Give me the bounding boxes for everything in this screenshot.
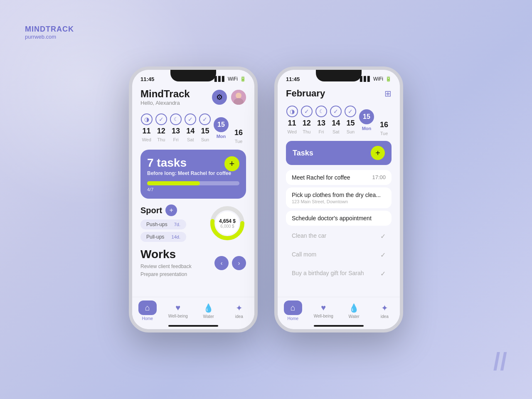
donut-chart: 4,654 $ 6,000 $	[209, 204, 246, 242]
wifi-icon: WiFi	[228, 76, 238, 82]
battery-icon: 🔋	[240, 76, 246, 82]
task-item-3[interactable]: Schedule doctor's appointment	[286, 211, 392, 226]
home-indicator-2	[314, 325, 364, 327]
signal-icon-2: ▋▋▋	[360, 76, 371, 82]
nav-idea-label-1: idea	[235, 314, 243, 319]
avatar[interactable]	[231, 90, 246, 105]
sport-title: Sport	[140, 206, 162, 215]
sport-tag-pullups[interactable]: Pull-ups 14d.	[140, 232, 186, 242]
day-wed[interactable]: ◑ 11 Wed	[140, 113, 153, 142]
nav-home-1[interactable]: ⌂ Home	[132, 300, 163, 321]
donut-value: 4,654 $	[219, 218, 236, 224]
works-section: Works Review client feedback Prepare pre…	[140, 248, 246, 278]
day-icon-sun: ✓	[199, 113, 211, 125]
nav-idea-2[interactable]: ✦ idea	[369, 303, 400, 319]
day-icon-sat: ✓	[185, 113, 196, 125]
grid-icon[interactable]: ⊞	[384, 89, 392, 99]
day2-fri[interactable]: ☾ 13 Fri	[315, 106, 327, 134]
day-tue[interactable]: 16 Tue	[231, 112, 246, 144]
home-icon-2: ⌂	[291, 303, 296, 313]
day2-tue[interactable]: 16 Tue	[377, 104, 392, 136]
status-time-1: 11:45	[140, 76, 154, 82]
day-strip-2: ◑ 11 Wed ✓ 12 Thu ☾ 13 Fri	[286, 104, 392, 136]
app-header: MindTrack Hello, Alexandra ⚙	[140, 88, 246, 106]
task-text-1: Meet Rachel for coffee	[292, 174, 350, 181]
idea-icon-2: ✦	[381, 303, 388, 313]
sport-section: Sport + Push-ups 7d. Pull-ups 14d.	[140, 204, 246, 242]
works-next-button[interactable]: ›	[232, 256, 246, 270]
calendar-header: February ⊞	[286, 88, 392, 99]
nav-water-label-2: Water	[349, 314, 360, 319]
brand-url: purrweb.com	[25, 34, 74, 40]
task-progress-bar	[147, 181, 239, 185]
signal-icon: ▋▋▋	[214, 76, 226, 82]
phone-2: 11:45 ▋▋▋ WiFi 🔋 February ⊞ ◑ 11	[274, 66, 403, 332]
task-progress-fill	[147, 181, 200, 185]
nav-water-1[interactable]: 💧 Water	[193, 303, 224, 319]
task-time-1: 17:00	[372, 174, 386, 180]
day-thu[interactable]: ✓ 12 Thu	[155, 113, 167, 142]
task-text-3: Schedule doctor's appointment	[292, 215, 372, 222]
tasks-header-bar: Tasks +	[286, 141, 392, 165]
task-text-4: Clean the car	[292, 232, 326, 239]
tasks-card: 7 tasks Before long: Meet Rachel for cof…	[140, 150, 246, 199]
nav-wellbeing-1[interactable]: ♥ Well-being	[163, 303, 194, 318]
day2-thu[interactable]: ✓ 12 Thu	[300, 106, 313, 134]
brand-name: MINDTRACK	[25, 25, 74, 34]
nav-home-2[interactable]: ⌂ Home	[278, 300, 308, 321]
day-sat[interactable]: ✓ 14 Sat	[185, 113, 197, 142]
idea-icon-1: ✦	[236, 303, 243, 313]
phones-container: 11:45 ▋▋▋ WiFi 🔋 MindTrack Hello, Alexan…	[129, 66, 403, 332]
app-title: MindTrack	[140, 88, 190, 100]
task-text-6: Buy a birthday gift for Sarah	[292, 270, 364, 276]
progress-label: 4/7	[147, 187, 239, 192]
day-icon-wed: ◑	[141, 113, 153, 125]
sport-tag-pushups[interactable]: Push-ups 7d.	[140, 219, 186, 229]
wifi-icon-2: WiFi	[373, 76, 383, 82]
water-icon-2: 💧	[349, 303, 359, 313]
status-time-2: 11:45	[286, 76, 300, 82]
phone-1: 11:45 ▋▋▋ WiFi 🔋 MindTrack Hello, Alexan…	[129, 66, 258, 332]
add-sport-button[interactable]: +	[165, 204, 177, 216]
month-title: February	[286, 88, 325, 99]
nav-water-label-1: Water	[203, 314, 214, 319]
task-item-5[interactable]: Call mom ✓	[286, 247, 392, 263]
day-icon-fri: ☾	[170, 113, 182, 125]
status-bar-1: 11:45 ▋▋▋ WiFi 🔋	[132, 70, 254, 88]
day-sun[interactable]: ✓ 15 Sun	[199, 113, 211, 142]
nav-idea-label-2: idea	[381, 314, 389, 319]
task-check-4: ✓	[380, 232, 386, 240]
task-item-2[interactable]: Pick up clothes from the dry clea... 123…	[286, 187, 392, 208]
tasks-header-label: Tasks	[293, 149, 313, 158]
nav-idea-1[interactable]: ✦ idea	[224, 303, 255, 319]
nav-wellbeing-2[interactable]: ♥ Well-being	[308, 303, 339, 318]
add-task-button-2[interactable]: +	[371, 146, 385, 160]
works-prev-button[interactable]: ‹	[214, 256, 229, 270]
task-list: Meet Rachel for coffee 17:00 Pick up clo…	[286, 170, 392, 297]
day-strip-1: ◑ 11 Wed ✓ 12 Thu ☾ 13 Fri	[140, 112, 246, 144]
task-item-1[interactable]: Meet Rachel for coffee 17:00	[286, 170, 392, 185]
nav-home-label-1: Home	[142, 316, 153, 321]
water-icon-1: 💧	[203, 303, 214, 313]
status-icons-2: ▋▋▋ WiFi 🔋	[360, 76, 392, 82]
task-text-2: Pick up clothes from the dry clea...	[292, 192, 381, 198]
day2-sun[interactable]: ✓ 15 Sun	[345, 106, 357, 134]
task-sub-2: 123 Main Street, Downtown	[292, 199, 381, 204]
add-task-button[interactable]: +	[224, 156, 239, 171]
works-items: Review client feedback Prepare presentat…	[140, 263, 192, 278]
day2-wed[interactable]: ◑ 11 Wed	[286, 106, 298, 134]
bottom-nav-2: ⌂ Home ♥ Well-being 💧 Water	[278, 297, 400, 323]
tasks-soon: Before long: Meet Rachel for coffee	[147, 170, 239, 176]
day-fri[interactable]: ☾ 13 Fri	[170, 113, 182, 142]
task-item-4[interactable]: Clean the car ✓	[286, 228, 392, 244]
nav-wellbeing-label-1: Well-being	[168, 314, 188, 318]
task-item-6[interactable]: Buy a birthday gift for Sarah ✓	[286, 266, 392, 282]
task-text-5: Call mom	[292, 251, 316, 258]
day-mon-active[interactable]: 15 Mon	[214, 117, 229, 139]
day2-sat[interactable]: ✓ 14 Sat	[330, 106, 342, 134]
bottom-nav-1: ⌂ Home ♥ Well-being 💧 Water	[132, 297, 254, 323]
nav-water-2[interactable]: 💧 Water	[339, 303, 369, 319]
settings-icon[interactable]: ⚙	[212, 90, 227, 105]
day2-mon-active[interactable]: 15 Mon	[359, 109, 374, 131]
status-icons-1: ▋▋▋ WiFi 🔋	[214, 76, 246, 82]
